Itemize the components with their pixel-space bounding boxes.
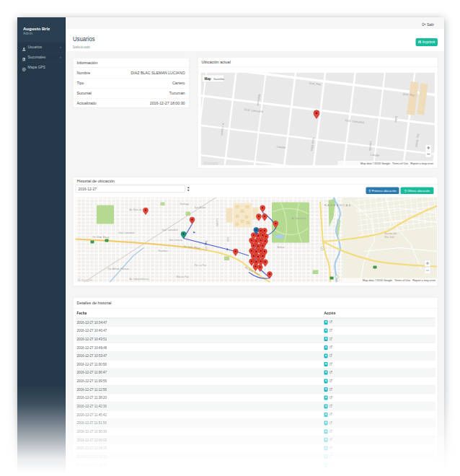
svg-text:San Martín: San Martín	[195, 206, 206, 209]
svg-text:Map data ©2016 Google Terms: Map data ©2016 Google Terms of Use Repor…	[363, 279, 436, 282]
svg-text:Río Salí: Río Salí	[385, 236, 395, 239]
svg-text:Av. Independencia: Av. Independencia	[130, 278, 149, 281]
svg-text:Italia: Italia	[226, 237, 229, 242]
svg-text:Map data ©2016 Google Terms: Map data ©2016 Google Terms of Use Repor…	[361, 162, 434, 165]
svg-text:Satellite: Satellite	[213, 77, 225, 81]
svg-text:Bolívar: Bolívar	[278, 246, 286, 249]
svg-text:Av. Sarmiento: Av. Sarmiento	[292, 217, 306, 220]
svg-text:BARRANCAS: BARRANCAS	[324, 203, 352, 207]
svg-text:Google: Google	[204, 161, 219, 165]
svg-text:Pje. La Paz: Pje. La Paz	[195, 264, 207, 267]
svg-text:Marcos Paz: Marcos Paz	[177, 276, 190, 278]
svg-text:San Lorenzo: San Lorenzo	[169, 239, 183, 242]
svg-text:Lavalle: Lavalle	[216, 219, 218, 226]
svg-text:Google: Google	[78, 278, 93, 282]
svg-text:Rondeau: Rondeau	[159, 250, 168, 252]
svg-text:Banda del: Banda del	[385, 232, 397, 235]
svg-text:Ayacucho: Ayacucho	[205, 241, 208, 251]
svg-text:Pje. Alfredo Palacios: Pje. Alfredo Palacios	[108, 268, 130, 270]
svg-text:Santiago: Santiago	[180, 203, 190, 206]
svg-text:Gral. Lamadrid: Gral. Lamadrid	[162, 229, 178, 232]
svg-text:Gral. Lamadrid: Gral. Lamadrid	[119, 232, 135, 234]
svg-text:Map: Map	[205, 77, 211, 81]
svg-text:Av. Gral. Roca: Av. Gral. Roca	[92, 236, 109, 239]
